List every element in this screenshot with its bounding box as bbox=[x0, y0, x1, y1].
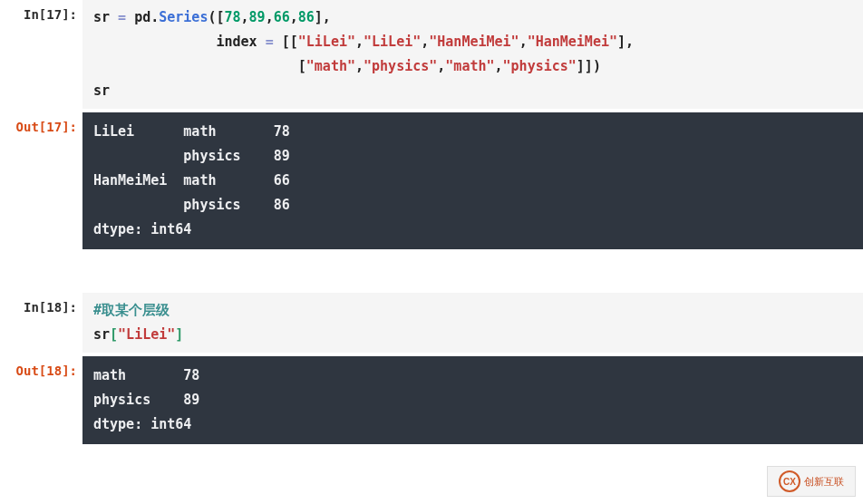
code-token: 66 bbox=[274, 9, 290, 25]
code-token: , bbox=[421, 34, 429, 50]
code-token: "HanMeiMei" bbox=[429, 34, 519, 50]
cell-output-17: Out[17]: LiLei math 78 physics 89 HanMei… bbox=[0, 112, 863, 249]
code-token: , bbox=[495, 58, 503, 74]
code-token: ], bbox=[315, 9, 331, 25]
code-token: , bbox=[355, 34, 364, 50]
code-token: , bbox=[519, 34, 528, 50]
code-token: = bbox=[266, 34, 274, 50]
in-prompt: In[18]: bbox=[0, 293, 82, 315]
code-token: , bbox=[437, 58, 445, 74]
code-output: math 78 physics 89 dtype: int64 bbox=[82, 356, 863, 444]
code-token: "LiLei" bbox=[118, 326, 175, 343]
code-token: , bbox=[266, 9, 274, 25]
code-output: LiLei math 78 physics 89 HanMeiMei math … bbox=[82, 112, 863, 249]
out-prompt: Out[17]: bbox=[0, 112, 82, 134]
code-token: [[ bbox=[274, 34, 298, 50]
code-token: sr bbox=[93, 82, 110, 99]
code-token: = bbox=[118, 9, 126, 25]
code-token: [ bbox=[110, 326, 118, 343]
code-token: "physics" bbox=[503, 58, 577, 74]
code-token: ([ bbox=[208, 9, 224, 25]
code-token: "LiLei" bbox=[298, 34, 355, 50]
code-token: ]]) bbox=[577, 58, 601, 74]
code-token: "LiLei" bbox=[364, 34, 421, 50]
in-prompt: In[17]: bbox=[0, 0, 82, 22]
code-token: index bbox=[93, 34, 266, 50]
code-token: "HanMeiMei" bbox=[528, 34, 617, 50]
code-token: sr bbox=[93, 326, 110, 343]
cell-input-18: In[18]: #取某个层级 sr["LiLei"] bbox=[0, 293, 863, 353]
code-input[interactable]: sr = pd.Series([78,89,66,86], index = [[… bbox=[82, 0, 863, 109]
code-token: [ bbox=[93, 58, 306, 74]
code-input[interactable]: #取某个层级 sr["LiLei"] bbox=[82, 293, 863, 353]
code-token: 86 bbox=[298, 9, 315, 25]
code-token: 89 bbox=[249, 9, 266, 25]
code-token: , bbox=[241, 9, 249, 25]
code-token: , bbox=[355, 58, 364, 74]
code-token: sr bbox=[93, 9, 118, 25]
cell-output-18: Out[18]: math 78 physics 89 dtype: int64 bbox=[0, 356, 863, 444]
code-token: , bbox=[290, 9, 298, 25]
cell-input-17: In[17]: sr = pd.Series([78,89,66,86], in… bbox=[0, 0, 863, 109]
out-prompt: Out[18]: bbox=[0, 356, 82, 378]
code-token: Series bbox=[159, 9, 208, 25]
code-token: pd. bbox=[126, 9, 159, 25]
code-token: "math" bbox=[445, 58, 494, 74]
code-token: ] bbox=[175, 326, 183, 343]
code-token: "physics" bbox=[364, 58, 437, 74]
code-token: 78 bbox=[225, 9, 241, 25]
code-token: ], bbox=[617, 34, 634, 50]
code-token: #取某个层级 bbox=[93, 302, 170, 318]
code-token: "math" bbox=[306, 58, 355, 74]
